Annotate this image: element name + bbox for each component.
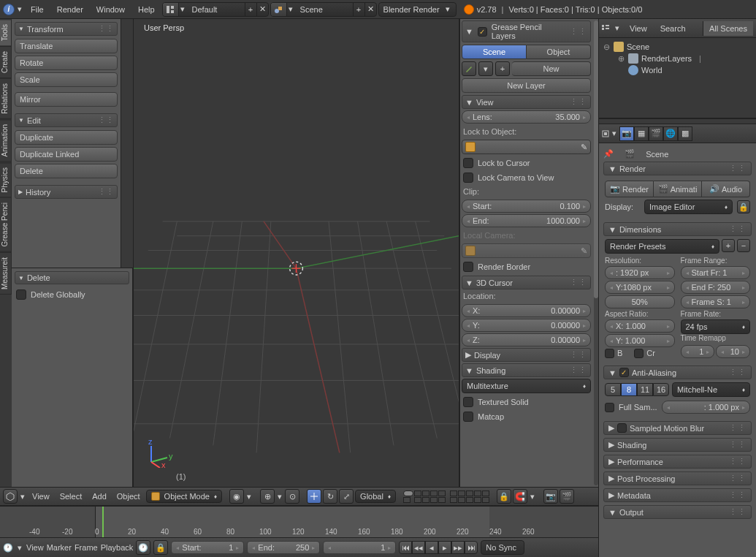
panel-render-header[interactable]: ▼Render⋮⋮ bbox=[603, 162, 752, 175]
cursor-z[interactable]: ◂Z:0.00000▸ bbox=[462, 333, 591, 346]
manipulate-center-icon[interactable]: ⊙ bbox=[285, 489, 299, 504]
tab-tools[interactable]: Tools bbox=[0, 19, 12, 46]
pin-icon[interactable]: 📌 bbox=[603, 149, 614, 159]
manipulator-rotate-icon[interactable]: ↻ bbox=[323, 489, 337, 504]
sync-mode-selector[interactable]: No Sync bbox=[481, 540, 524, 555]
menu-help[interactable]: Help bbox=[132, 2, 161, 17]
tab-create[interactable]: Create bbox=[0, 46, 12, 78]
panel-shading-props-header[interactable]: ▶Shading⋮⋮ bbox=[603, 438, 752, 452]
outliner-menu-search[interactable]: Search bbox=[656, 21, 690, 36]
aspect-x-field[interactable]: ◂X: 1.000▸ bbox=[605, 319, 675, 333]
shading-mode-dropdown[interactable]: Multitexture♦ bbox=[462, 379, 591, 393]
res-y-field[interactable]: ◂Y:1080 px▸ bbox=[605, 281, 675, 294]
layout-add[interactable]: + bbox=[245, 3, 256, 16]
editor-type-icon[interactable] bbox=[3, 489, 18, 504]
tl-menu-playback[interactable]: Playback bbox=[101, 543, 134, 552]
tab-texture-icon[interactable]: ▩ bbox=[678, 126, 692, 141]
menu-file[interactable]: File bbox=[25, 2, 50, 17]
frame-end-field[interactable]: ◂End F: 250▸ bbox=[681, 281, 751, 294]
display-mode-selector[interactable]: Image Editor♦ bbox=[644, 200, 733, 214]
gp-add-icon[interactable]: + bbox=[495, 61, 510, 76]
layout-remove[interactable]: ✕ bbox=[256, 3, 268, 16]
gp-new-layer-btn[interactable]: New Layer bbox=[462, 78, 591, 93]
tab-render-icon[interactable]: 📷 bbox=[619, 126, 634, 141]
panel-postprocessing-header[interactable]: ▶Post Processing⋮⋮ bbox=[603, 471, 752, 485]
timeline-playhead[interactable] bbox=[102, 507, 104, 537]
btn-rotate[interactable]: Rotate bbox=[15, 56, 118, 70]
clip-end-field[interactable]: ◂End:1000.000▸ bbox=[462, 214, 591, 227]
aa-5[interactable]: 5 bbox=[605, 383, 621, 396]
gp-object-btn[interactable]: Object bbox=[527, 45, 591, 59]
tree-scene[interactable]: ⊖Scene bbox=[600, 41, 755, 53]
tab-animation[interactable]: Animation bbox=[0, 119, 12, 162]
layer-buttons[interactable] bbox=[403, 490, 489, 503]
btn-scale[interactable]: Scale bbox=[15, 72, 118, 87]
timeline-track[interactable]: -40-200204060801001201401601802002202402… bbox=[0, 507, 598, 538]
panel-history-header[interactable]: ▶History⋮⋮ bbox=[15, 185, 118, 199]
aspect-y-field[interactable]: ◂Y: 1.000▸ bbox=[605, 334, 675, 347]
tab-scene-icon[interactable]: 🎬 bbox=[649, 126, 663, 141]
render-presets-selector[interactable]: Render Presets♦ bbox=[605, 239, 719, 254]
tl-current-field[interactable]: ◂1▸ bbox=[323, 541, 396, 554]
tab-physics[interactable]: Physics bbox=[0, 162, 12, 197]
tree-world[interactable]: World bbox=[600, 64, 755, 76]
snap-icon[interactable]: 🧲 bbox=[513, 489, 527, 504]
play-icon[interactable]: ▸ bbox=[438, 541, 451, 554]
btn-duplicate-linked[interactable]: Duplicate Linked bbox=[15, 147, 118, 162]
use-preview-range-icon[interactable]: 🕐 bbox=[136, 540, 150, 555]
btn-delete[interactable]: Delete bbox=[15, 164, 118, 178]
chk-matcap[interactable]: Matcap bbox=[462, 409, 591, 424]
manipulator-scale-icon[interactable]: ⤢ bbox=[339, 489, 354, 504]
info-icon[interactable]: i bbox=[3, 4, 15, 15]
shading-icon[interactable]: ◉ bbox=[229, 489, 244, 504]
manipulator-translate-icon[interactable] bbox=[307, 489, 321, 504]
3d-viewport[interactable]: User Persp z y x bbox=[133, 19, 459, 487]
local-camera-field[interactable]: ✎ bbox=[462, 243, 591, 258]
properties-editor-icon[interactable] bbox=[602, 130, 609, 137]
frame-rate-selector[interactable]: 24 fps♦ bbox=[681, 319, 751, 334]
eyedropper-icon[interactable]: ✎ bbox=[581, 143, 587, 152]
aa-11[interactable]: 11 bbox=[637, 383, 653, 396]
panel-transform-header[interactable]: ▼Transform⋮⋮ bbox=[15, 22, 118, 36]
menu-select[interactable]: Select bbox=[56, 489, 87, 504]
preset-remove-icon[interactable]: − bbox=[737, 239, 750, 252]
jump-end-icon[interactable]: ⏭ bbox=[465, 541, 478, 554]
cursor-x[interactable]: ◂X:0.00000▸ bbox=[462, 304, 591, 317]
res-pct-field[interactable]: 50% bbox=[605, 295, 675, 308]
outliner-display-mode[interactable]: All Scenes bbox=[703, 21, 753, 36]
render-preview-icon[interactable]: 📷 bbox=[543, 489, 558, 504]
outliner-scrollbar[interactable] bbox=[599, 118, 756, 124]
tl-end-field[interactable]: ◂End:250▸ bbox=[247, 541, 320, 554]
btn-animation[interactable]: 🎬Animati bbox=[654, 181, 702, 197]
aa-filter-selector[interactable]: Mitchell-Ne♦ bbox=[672, 382, 750, 397]
chk-lock-camera[interactable]: Lock Camera to View bbox=[462, 170, 591, 185]
preset-add-icon[interactable]: + bbox=[722, 239, 735, 252]
gp-scene-btn[interactable]: Scene bbox=[462, 45, 527, 59]
timeline-editor-icon[interactable]: 🕐 bbox=[3, 543, 13, 553]
outliner-menu-view[interactable]: View bbox=[625, 21, 652, 36]
panel-shading[interactable]: ▼Shading⋮⋮ bbox=[462, 363, 591, 377]
transform-orientation[interactable]: Global♦ bbox=[355, 490, 396, 503]
menu-object[interactable]: Object bbox=[112, 489, 145, 504]
aa-8[interactable]: 8 bbox=[621, 383, 637, 396]
panel-smb-header[interactable]: ▶Sampled Motion Blur⋮⋮ bbox=[603, 421, 752, 435]
gp-new-btn[interactable]: New bbox=[512, 61, 591, 76]
menu-render[interactable]: Render bbox=[51, 2, 89, 17]
pivot-icon[interactable]: ⊕ bbox=[260, 489, 275, 504]
lens-field[interactable]: ◂Lens:35.000▸ bbox=[462, 110, 591, 124]
menu-add[interactable]: Add bbox=[88, 489, 111, 504]
tab-grease-pencil[interactable]: Grease Penci bbox=[0, 197, 12, 252]
tab-relations[interactable]: Relations bbox=[0, 78, 12, 119]
frame-step-field[interactable]: ◂Frame S: 1▸ bbox=[681, 295, 751, 308]
chk-border[interactable] bbox=[605, 349, 614, 358]
aa-size-field[interactable]: ◂: 1.000 px▸ bbox=[662, 401, 750, 414]
panel-metadata-header[interactable]: ▶Metadata⋮⋮ bbox=[603, 488, 752, 502]
chk-crop[interactable] bbox=[634, 349, 644, 358]
frame-start-field[interactable]: ◂Start Fr: 1▸ bbox=[681, 266, 751, 279]
render-engine-selector[interactable]: Blender Render ▾ bbox=[378, 2, 457, 17]
panel-antialiasing-header[interactable]: ▼Anti-Aliasing⋮⋮ bbox=[603, 365, 752, 379]
tab-renderlayers-icon[interactable]: ▦ bbox=[634, 126, 649, 141]
pencil-icon[interactable] bbox=[462, 61, 476, 76]
panel-view[interactable]: ▼View⋮⋮ bbox=[462, 95, 591, 109]
tab-world-icon[interactable]: 🌐 bbox=[663, 126, 678, 141]
